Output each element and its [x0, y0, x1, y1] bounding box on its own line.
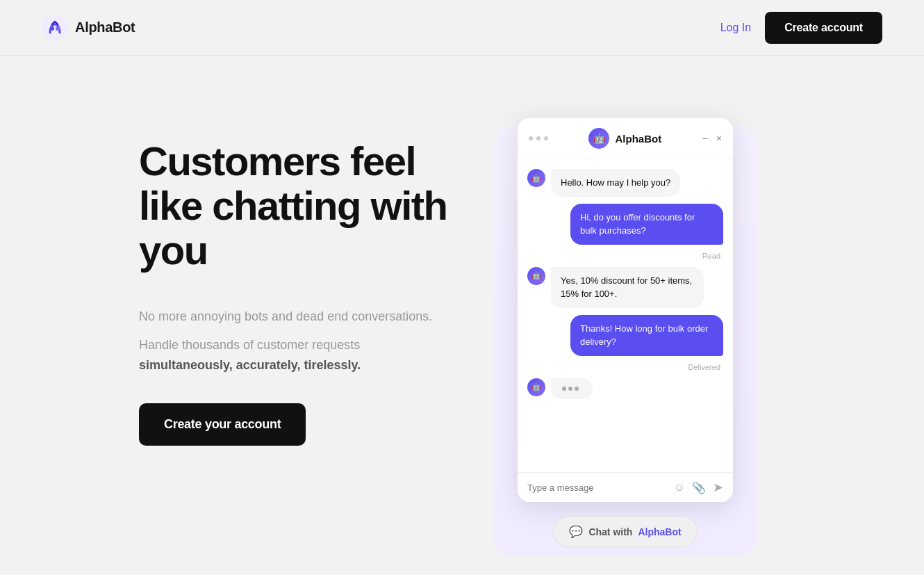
message-status-delivered: Delivered [688, 363, 723, 371]
dot3 [544, 136, 548, 140]
svg-point-1 [50, 26, 54, 31]
chat-input-area: ☺ 📎 ➤ [518, 472, 733, 502]
typing-dot2 [568, 387, 572, 391]
typing-dot3 [575, 387, 579, 391]
login-link[interactable]: Log In [720, 22, 751, 34]
message-row-user1: Hi, do you offer discounts for bulk purc… [527, 204, 723, 260]
chat-messages: 🤖 Hello. How may I help you? Hi, do you … [518, 159, 733, 472]
hero-cta-button[interactable]: Create your account [139, 403, 306, 446]
chat-header-title: AlphaBot [588, 128, 661, 149]
message-bubble-user2: Thanks! How long for bulk order delivery… [570, 315, 723, 356]
chat-header-dots [529, 136, 548, 140]
message-bubble-user1: Hi, do you offer discounts for bulk purc… [570, 204, 723, 245]
chat-input[interactable] [527, 483, 668, 493]
message-row-user2: Thanks! How long for bulk order delivery… [527, 315, 723, 371]
close-button[interactable]: × [716, 133, 722, 143]
message-row: 🤖 Hello. How may I help you? [527, 169, 723, 197]
message-row-bot2: 🤖 Yes, 10% discount for 50+ items, 15% f… [527, 267, 723, 308]
send-button[interactable]: ➤ [713, 480, 723, 495]
right-side: AlphaBot − × 🤖 Hello. How may I help you… [514, 111, 736, 547]
svg-point-2 [56, 26, 60, 31]
dot1 [529, 136, 533, 140]
create-account-nav-button[interactable]: Create account [765, 12, 882, 44]
left-side: Customers feel like chatting with you No… [139, 111, 486, 446]
dot2 [536, 136, 541, 140]
bot-avatar-header [588, 128, 609, 149]
message-row-typing: 🤖 [527, 378, 723, 399]
chat-header: AlphaBot − × [518, 118, 733, 159]
chat-header-actions: − × [702, 133, 722, 143]
emoji-button[interactable]: ☺ [674, 481, 685, 494]
hero-subtext2: Handle thousands of customer requests si… [139, 335, 486, 375]
logo-icon [42, 15, 68, 41]
message-status-read: Read [702, 252, 723, 260]
bot-avatar-typing: 🤖 [527, 378, 545, 396]
svg-point-0 [42, 15, 68, 41]
logo-area: AlphaBot [42, 15, 135, 41]
chat-with-brand: AlphaBot [638, 526, 681, 537]
message-bubble-bot1: Hello. How may I help you? [551, 169, 680, 197]
hero-headline: Customers feel like chatting with you [139, 139, 486, 272]
chat-icon: 💬 [569, 525, 583, 538]
navbar: AlphaBot Log In Create account [0, 0, 924, 56]
message-bubble-bot2: Yes, 10% discount for 50+ items, 15% for… [551, 267, 704, 308]
bot-avatar-small: 🤖 [527, 169, 545, 187]
attach-button[interactable]: 📎 [692, 481, 706, 494]
chat-bot-name: AlphaBot [615, 133, 661, 145]
nav-actions: Log In Create account [720, 12, 882, 44]
hero-subtext2-bold: simultaneously, accurately, tirelessly. [139, 358, 361, 372]
chat-with-label-prefix: Chat with [588, 526, 632, 537]
input-icons: ☺ 📎 ➤ [674, 480, 723, 495]
logo-text: AlphaBot [75, 19, 135, 35]
typing-dot1 [562, 387, 566, 391]
main-content: Customers feel like chatting with you No… [0, 56, 924, 575]
minimize-button[interactable]: − [702, 133, 708, 143]
chat-widget: AlphaBot − × 🤖 Hello. How may I help you… [518, 118, 733, 502]
hero-subtext1: No more annoying bots and dead end conve… [139, 307, 486, 327]
chat-with-alphabot-button[interactable]: 💬 Chat with AlphaBot [553, 516, 697, 547]
bot-avatar-small2: 🤖 [527, 267, 545, 285]
typing-bubble [551, 378, 593, 399]
